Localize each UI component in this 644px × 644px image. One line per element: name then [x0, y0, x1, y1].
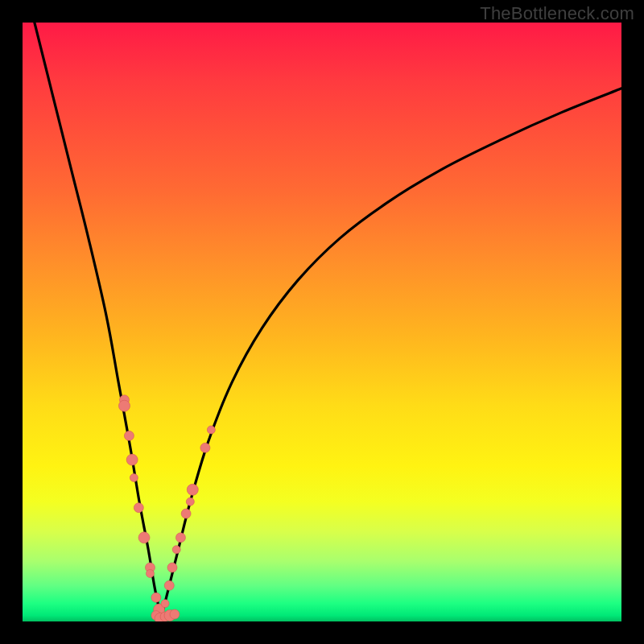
scatter-dot — [207, 426, 215, 434]
chart-frame: TheBottleneck.com — [0, 0, 644, 644]
scatter-dot — [124, 431, 134, 440]
scatter-dots — [118, 395, 215, 621]
scatter-dot — [172, 546, 180, 554]
scatter-dot — [134, 503, 143, 513]
scatter-dot — [146, 569, 154, 577]
scatter-dot — [200, 443, 210, 452]
scatter-dot — [175, 533, 185, 543]
scatter-dot — [145, 563, 155, 572]
watermark-text: TheBottleneck.com — [480, 3, 634, 24]
scatter-dot — [155, 613, 166, 621]
scatter-dot — [164, 610, 175, 621]
scatter-dot — [161, 600, 169, 608]
scatter-dot — [130, 473, 138, 481]
scatter-dot — [170, 609, 180, 619]
scatter-dot — [151, 592, 161, 602]
scatter-dot — [167, 563, 177, 572]
scatter-dot — [160, 612, 170, 621]
scatter-dot — [138, 532, 150, 543]
scatter-dot — [181, 509, 191, 518]
scatter-dot — [151, 611, 161, 621]
scatter-dot — [119, 395, 129, 405]
scatter-dot — [164, 580, 174, 590]
scatter-dot — [187, 484, 198, 495]
scatter-dot — [154, 604, 165, 615]
scatter-dot — [118, 400, 130, 411]
curve-svg — [23, 23, 621, 621]
scatter-dot — [126, 454, 138, 465]
bottleneck-curve — [35, 23, 621, 621]
scatter-dot — [186, 497, 194, 506]
plot-area — [23, 23, 621, 621]
